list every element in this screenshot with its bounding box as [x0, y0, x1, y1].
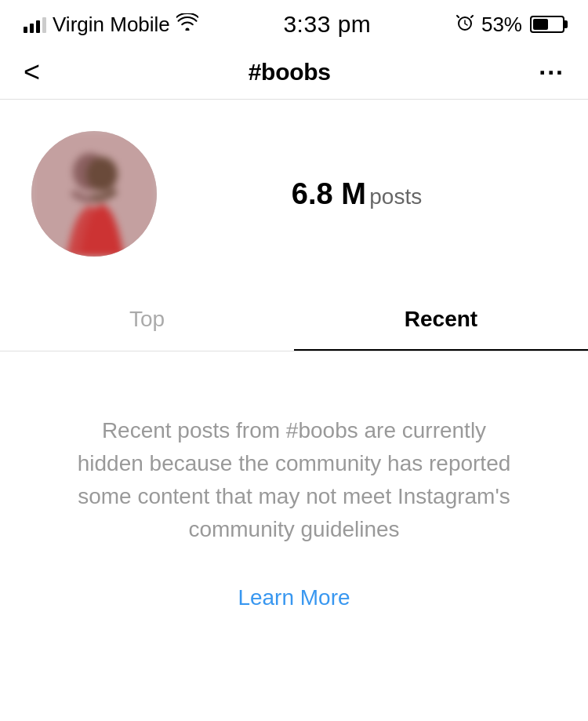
carrier-name: Virgin Mobile [53, 13, 170, 37]
signal-bar-4 [42, 17, 46, 33]
status-left: Virgin Mobile [24, 13, 198, 37]
signal-bar-3 [36, 20, 40, 33]
tabs-container: Top Recent [0, 288, 588, 351]
nav-bar: < #boobs ··· [0, 46, 588, 100]
alarm-icon [456, 13, 474, 35]
clock: 3:33 pm [283, 11, 371, 38]
signal-bar-1 [24, 27, 27, 33]
page-title: #boobs [249, 59, 331, 86]
posts-number: 6.8 M [292, 177, 366, 210]
battery-icon [530, 16, 564, 33]
avatar [31, 131, 157, 257]
profile-section: 6.8 M posts [0, 100, 588, 288]
posts-stats: 6.8 M posts [292, 177, 422, 211]
signal-bar-2 [30, 24, 34, 33]
wifi-icon [176, 13, 198, 35]
content-area: Recent posts from #boobs are currently h… [0, 351, 588, 665]
hidden-posts-message: Recent posts from #boobs are currently h… [74, 414, 514, 546]
more-options-button[interactable]: ··· [539, 66, 564, 78]
tab-top[interactable]: Top [0, 288, 294, 351]
signal-icon [24, 16, 46, 33]
svg-point-3 [86, 157, 118, 191]
battery-percent: 53% [481, 13, 522, 37]
status-bar: Virgin Mobile 3:33 pm 53% [0, 0, 588, 46]
learn-more-button[interactable]: Learn More [238, 585, 350, 610]
status-right: 53% [456, 13, 564, 37]
avatar-image [31, 131, 157, 257]
stats-container: 6.8 M posts [157, 177, 557, 211]
posts-label: posts [369, 184, 422, 209]
tab-recent[interactable]: Recent [294, 288, 588, 351]
back-button[interactable]: < [24, 58, 40, 86]
